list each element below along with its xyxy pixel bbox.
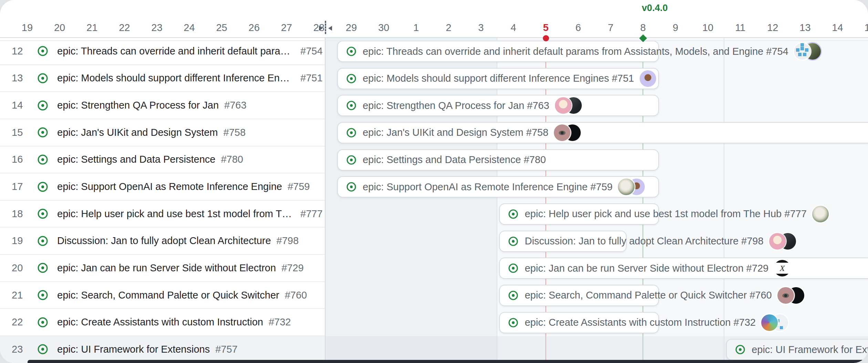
- table-row[interactable]: 14epic: Strengthen QA Process for Jan#76…: [0, 92, 325, 119]
- date-cell: 2: [433, 21, 464, 34]
- roadmap-bar[interactable]: epic: Jan can be run Server Side without…: [499, 258, 868, 279]
- table-row[interactable]: 15epic: Jan's UIKit and Design System#75…: [0, 119, 325, 147]
- table-row[interactable]: 16epic: Settings and Data Persistence#78…: [0, 147, 325, 174]
- issue-title: epic: Threads can override and inherit d…: [57, 46, 295, 57]
- row-number: 22: [12, 316, 28, 328]
- issue-number: #754: [300, 46, 323, 57]
- bar-title: epic: Support OpenAI as Remote Inference…: [363, 181, 612, 193]
- roadmap-bar[interactable]: epic: Support OpenAI as Remote Inference…: [337, 176, 659, 198]
- date-cell: 23: [141, 21, 172, 34]
- milestone-label: v0.4.0: [610, 3, 700, 13]
- assignee-avatars: [640, 70, 656, 87]
- issue-open-icon: [508, 236, 518, 246]
- eye-rose-avatar: [777, 287, 794, 304]
- issue-title: Discussion: Jan to fully adopt Clean Arc…: [57, 235, 271, 246]
- eye-rose-avatar: [554, 124, 570, 141]
- roadmap-bar[interactable]: epic: Jan's UIKit and Design System #758: [337, 122, 868, 143]
- roadmap-bar[interactable]: epic: Help user pick and use best 1st mo…: [499, 203, 659, 225]
- bar-title: epic: Threads can override and inherit d…: [363, 46, 788, 57]
- issue-title: epic: Help user pick and use best 1st mo…: [57, 208, 295, 220]
- table-row[interactable]: 23epic: UI Framework for Extensions#757: [0, 336, 325, 363]
- cat-blue-avatar: [761, 314, 778, 331]
- bar-title: Discussion: Jan to fully adopt Clean Arc…: [525, 235, 763, 247]
- date-cell: 8: [628, 21, 659, 34]
- issue-title: epic: Create Assistants with custom Inst…: [57, 316, 263, 328]
- roadmap-bar[interactable]: epic: Threads can override and inherit d…: [337, 41, 659, 62]
- issue-open-icon: [508, 317, 518, 328]
- roadmap-bar[interactable]: epic: Search, Command Palette or Quick S…: [499, 285, 659, 306]
- table-row[interactable]: 18epic: Help user pick and use best 1st …: [0, 201, 325, 228]
- assignee-avatars: [794, 43, 821, 60]
- table-row[interactable]: 17epic: Support OpenAI as Remote Inferen…: [0, 173, 325, 201]
- issue-open-icon: [37, 208, 48, 219]
- table-row[interactable]: 22epic: Create Assistants with custom In…: [0, 309, 325, 336]
- roadmap-bar[interactable]: epic: Settings and Data Persistence #780: [337, 149, 659, 171]
- row-number: 12: [12, 46, 28, 57]
- issue-number: #763: [224, 100, 247, 111]
- assignee-avatars: [774, 260, 790, 276]
- column-resize-icon[interactable]: [314, 21, 337, 37]
- assignee-avatars: [769, 233, 796, 250]
- date-cell: 5: [530, 21, 561, 34]
- issue-open-icon: [37, 262, 48, 273]
- date-cell: 26: [239, 21, 270, 34]
- week-gridline: [724, 38, 724, 363]
- date-cell: 22: [109, 21, 140, 34]
- date-cell: 24: [174, 21, 205, 34]
- roadmap-bar[interactable]: epic: Models should support different In…: [337, 68, 659, 89]
- issue-title: epic: Jan's UIKit and Design System: [57, 127, 218, 138]
- morty-avatar: [555, 97, 571, 114]
- date-cell: 14: [822, 21, 853, 34]
- issue-title: epic: Support OpenAI as Remote Inference…: [57, 181, 282, 192]
- issue-open-icon: [37, 73, 48, 84]
- issue-number: #759: [288, 181, 310, 192]
- row-number: 23: [12, 344, 28, 355]
- issue-title: epic: Strengthen QA Process for Jan: [57, 100, 219, 111]
- issue-number: #729: [281, 262, 304, 274]
- issue-table-panel: 12epic: Threads can override and inherit…: [0, 38, 326, 363]
- issue-open-icon: [346, 182, 356, 192]
- date-cell: 10: [692, 21, 723, 34]
- row-number: 19: [12, 235, 28, 246]
- date-cell: 21: [76, 21, 107, 34]
- issue-open-icon: [735, 344, 745, 355]
- table-row[interactable]: 20epic: Jan can be run Server Side witho…: [0, 255, 325, 282]
- issue-number: #758: [224, 127, 246, 138]
- issue-open-icon: [37, 317, 48, 328]
- issue-number: #777: [300, 208, 323, 220]
- bar-title: epic: Strengthen QA Process for Jan #763: [363, 100, 549, 111]
- bar-title: epic: Jan can be run Server Side without…: [525, 263, 768, 274]
- issue-title: epic: Models should support different In…: [57, 72, 295, 84]
- roadmap-bar[interactable]: epic: Strengthen QA Process for Jan #763: [337, 95, 659, 116]
- row-number: 15: [12, 127, 28, 138]
- timeline-date-header: v0.4.0 192021222324252627282930123456789…: [0, 0, 868, 38]
- assignee-avatars: [812, 206, 829, 222]
- issue-number: #780: [221, 154, 243, 165]
- table-row[interactable]: 19Discussion: Jan to fully adopt Clean A…: [0, 228, 325, 255]
- issue-title: epic: Search, Command Palette or Quick S…: [57, 290, 279, 301]
- issue-open-icon: [37, 154, 48, 165]
- roadmap-bar[interactable]: epic: UI Framework for Extensions #757: [726, 339, 868, 360]
- table-row[interactable]: 12epic: Threads can override and inherit…: [0, 38, 325, 65]
- issue-open-icon: [346, 46, 356, 57]
- roadmap-bar[interactable]: epic: Create Assistants with custom Inst…: [499, 312, 659, 333]
- assignee-avatars: [555, 97, 582, 114]
- horizontal-scrollbar[interactable]: [28, 360, 868, 363]
- row-number: 17: [12, 181, 28, 192]
- roadmap-bar[interactable]: Discussion: Jan to fully adopt Clean Arc…: [499, 231, 626, 252]
- date-cell: 12: [757, 21, 788, 34]
- row-number: 20: [12, 262, 28, 274]
- row-number: 13: [12, 72, 28, 84]
- date-cell: 30: [368, 21, 399, 34]
- bar-title: epic: Search, Command Palette or Quick S…: [525, 290, 772, 301]
- bar-title: epic: Help user pick and use best 1st mo…: [525, 208, 806, 220]
- row-number: 18: [12, 208, 28, 220]
- date-cell: 6: [563, 21, 594, 34]
- bar-title: epic: Create Assistants with custom Inst…: [525, 317, 756, 328]
- bar-title: epic: Settings and Data Persistence #780: [363, 154, 546, 165]
- table-row[interactable]: 13epic: Models should support different …: [0, 65, 325, 92]
- issue-title: epic: UI Framework for Extensions: [57, 344, 210, 355]
- morty-avatar: [769, 233, 786, 250]
- row-number: 16: [12, 154, 28, 165]
- table-row[interactable]: 21epic: Search, Command Palette or Quick…: [0, 282, 325, 309]
